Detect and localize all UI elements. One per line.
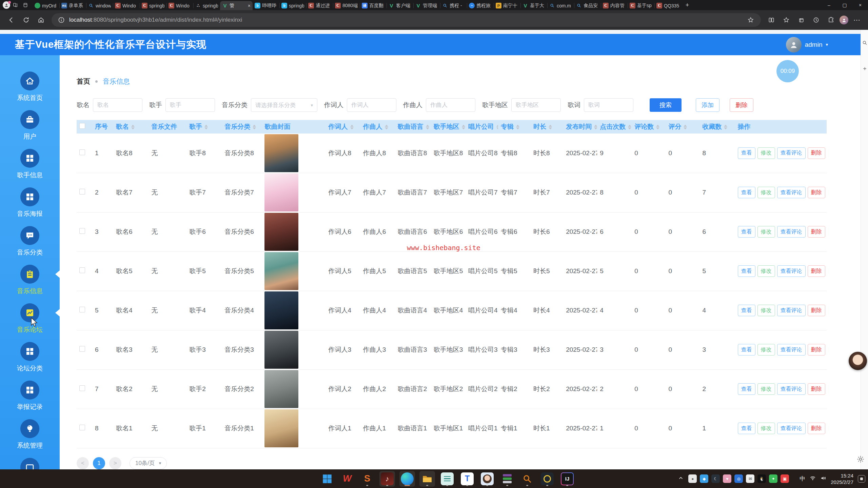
edit-button[interactable]: 修改 [757, 226, 775, 238]
filter-select[interactable]: 请选择音乐分类 ▾ [251, 98, 317, 112]
sidebar-item-music-info[interactable]: 音乐信息 [0, 265, 60, 303]
tray-icon[interactable]: ▣ [781, 474, 789, 483]
view-comments-button[interactable]: 查看评论 [777, 147, 806, 159]
delete-all-button[interactable]: 删除 [730, 98, 753, 112]
edit-button[interactable]: 修改 [757, 265, 775, 277]
column-header[interactable]: 点击次数 [597, 120, 632, 134]
column-header[interactable]: 歌曲封面 [262, 120, 326, 134]
filter-input[interactable] [165, 98, 215, 112]
delete-button[interactable]: 删除 [808, 226, 825, 238]
edit-button[interactable]: 修改 [757, 383, 775, 395]
edit-button[interactable]: 修改 [757, 423, 775, 434]
tray-icon[interactable]: ◎ [734, 474, 743, 483]
taskbar-app-music-app[interactable]: ♪ [379, 471, 395, 487]
view-comments-button[interactable]: 查看评论 [777, 265, 806, 277]
scrollbar[interactable] [861, 30, 868, 469]
browser-tab[interactable]: V 管理端 × [413, 1, 440, 10]
gear-icon[interactable] [856, 455, 865, 465]
column-header[interactable]: 收藏数 [699, 120, 735, 134]
column-header[interactable]: 音乐文件 [149, 120, 186, 134]
sort-caret-icon[interactable] [131, 125, 135, 129]
browser-tab[interactable]: ∴ springb × [193, 1, 220, 10]
filter-input[interactable] [511, 98, 561, 112]
breadcrumb-home[interactable]: 首页 [77, 77, 90, 86]
taskbar-app-everything-search[interactable] [519, 471, 535, 487]
browser-tab[interactable]: C 8080端 × [333, 1, 360, 10]
notification-icon[interactable] [858, 475, 865, 483]
view-button[interactable]: 查看 [738, 226, 755, 238]
delete-button[interactable]: 删除 [808, 305, 825, 316]
sort-caret-icon[interactable] [204, 125, 208, 129]
tray-chevron-up-icon[interactable] [678, 475, 684, 483]
sort-caret-icon[interactable] [496, 125, 498, 129]
view-button[interactable]: 查看 [738, 147, 755, 159]
minimize-button[interactable]: – [821, 0, 837, 10]
column-header[interactable]: 作曲人 [360, 120, 395, 134]
desktop-pet-sticker[interactable] [849, 352, 867, 370]
taskbar-app-avatar-app[interactable] [479, 471, 495, 487]
browser-tab[interactable]: ~ 携程旅 × [467, 1, 494, 10]
sort-caret-icon[interactable] [253, 125, 256, 129]
sidebar-item-report-record[interactable]: 举报记录 [0, 381, 60, 419]
delete-button[interactable]: 删除 [808, 423, 825, 434]
taskbar-app-winrar[interactable] [499, 471, 515, 487]
browser-tab[interactable]: C 内容管 × [601, 1, 628, 10]
sidebar-item-singer-info[interactable]: 歌手信息 [0, 149, 60, 187]
favorites-icon[interactable] [780, 14, 793, 26]
sidebar-item-forum-category[interactable]: 论坛分类 [0, 342, 60, 381]
taskbar-app-tencent-docs[interactable]: T [459, 471, 475, 487]
sort-caret-icon[interactable] [549, 125, 552, 129]
edit-button[interactable]: 修改 [757, 344, 775, 355]
browser-profile-icon[interactable] [3, 1, 10, 9]
page-size-select[interactable]: 10条/页 ▾ [130, 457, 167, 469]
tab-close-icon[interactable]: × [248, 3, 251, 8]
sidebar-item-music-category[interactable]: 音乐分类 [0, 226, 60, 265]
sort-caret-icon[interactable] [724, 125, 727, 129]
view-comments-button[interactable]: 查看评论 [777, 187, 806, 198]
sort-caret-icon[interactable] [684, 125, 687, 129]
workspaces-icon[interactable] [20, 1, 31, 9]
edit-button[interactable]: 修改 [757, 305, 775, 316]
filter-input[interactable] [584, 98, 633, 112]
tray-icon[interactable]: ✉ [746, 474, 754, 483]
close-button[interactable]: × [852, 0, 868, 10]
browser-tab[interactable]: myOrd × [33, 1, 59, 10]
sort-caret-icon[interactable] [426, 125, 429, 129]
browser-tab[interactable]: C springb × [140, 1, 166, 10]
vertical-tabs-icon[interactable] [10, 1, 20, 9]
browser-tab[interactable]: V 基于大 × [520, 1, 547, 10]
sidebar-add-icon[interactable] [861, 65, 868, 72]
browser-tab[interactable]: RS 录单系 × [59, 1, 86, 10]
sort-caret-icon[interactable] [462, 125, 465, 129]
column-header[interactable]: 歌曲语言 [395, 120, 431, 134]
tray-icon[interactable]: ✦ [769, 474, 777, 483]
browser-tab[interactable]: 食品安 × [574, 1, 601, 10]
browser-tab[interactable]: C 通过进 × [306, 1, 333, 10]
browser-tab[interactable]: V 客户端 × [387, 1, 413, 10]
current-page-button[interactable]: 1 [93, 457, 105, 469]
view-button[interactable]: 查看 [738, 265, 755, 277]
delete-button[interactable]: 删除 [808, 383, 825, 395]
delete-button[interactable]: 删除 [808, 265, 825, 277]
taskbar-app-file-explorer[interactable] [419, 471, 435, 487]
back-icon[interactable] [5, 14, 18, 26]
taskbar-app-sublime-text[interactable]: S [359, 471, 375, 487]
view-comments-button[interactable]: 查看评论 [777, 226, 806, 238]
view-button[interactable]: 查看 [738, 187, 755, 198]
tray-icon-qq[interactable]: 🐧 [757, 474, 766, 483]
browser-tab[interactable]: 译 百度翻 × [360, 1, 387, 10]
sidebar-item-users[interactable]: 用户 [0, 110, 60, 149]
browser-tab[interactable]: b 哔哩哔 × [253, 1, 279, 10]
sort-caret-icon[interactable] [656, 125, 659, 129]
view-comments-button[interactable]: 查看评论 [777, 423, 806, 434]
taskbar-app-wps[interactable]: W [339, 471, 355, 487]
sidebar-item-music-poster[interactable]: 音乐海报 [0, 187, 60, 226]
sidebar-item-system-manage[interactable]: 系统管理 [0, 419, 60, 458]
browser-tab[interactable]: com.m × [547, 1, 574, 10]
refresh-icon[interactable] [20, 14, 33, 26]
sort-caret-icon[interactable] [516, 125, 519, 129]
column-header[interactable]: 专辑 [498, 120, 531, 134]
home-icon[interactable] [35, 14, 47, 26]
tray-icon[interactable]: ☾ [711, 474, 720, 483]
browser-tab[interactable]: C Windo × [166, 1, 193, 10]
